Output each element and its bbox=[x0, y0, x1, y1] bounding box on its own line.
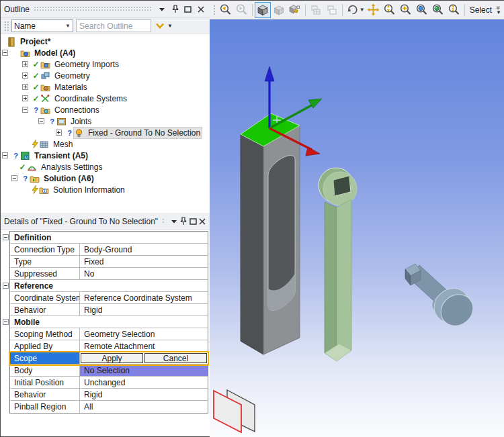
expand-expander-icon[interactable] bbox=[22, 84, 28, 90]
expand-expander-icon[interactable] bbox=[22, 72, 28, 79]
pan-icon bbox=[367, 3, 380, 16]
shaded-view-button[interactable] bbox=[271, 2, 287, 18]
panel-splitter[interactable] bbox=[210, 19, 213, 437]
collapse-expander-icon[interactable] bbox=[22, 107, 28, 113]
search-menu-caret-icon[interactable]: ▼ bbox=[167, 23, 173, 29]
viewport-layout-1-button[interactable] bbox=[308, 2, 324, 18]
tree-item-geometry[interactable]: ✓ Geometry bbox=[1, 70, 210, 81]
row-value[interactable]: Body-Ground bbox=[80, 244, 208, 255]
pan-button[interactable] bbox=[366, 2, 382, 18]
tree-item-fixed-ground-joint[interactable]: ? Fixed - Ground To No Selection bbox=[1, 127, 210, 138]
zoom-fit-icon bbox=[415, 3, 428, 16]
details-row-connection-type: Connection Type Body-Ground bbox=[10, 244, 208, 256]
zoom-button[interactable] bbox=[382, 2, 398, 18]
tree-item-solution-information[interactable]: Solution Information bbox=[1, 184, 210, 195]
zoom-extents-button[interactable] bbox=[446, 2, 462, 18]
iso-view-button[interactable] bbox=[255, 2, 271, 18]
details-row-suppressed: Suppressed No bbox=[10, 268, 208, 280]
collapse-expander-icon[interactable] bbox=[11, 175, 17, 181]
close-icon[interactable] bbox=[195, 4, 206, 15]
tree-item-mesh[interactable]: Mesh bbox=[1, 138, 210, 150]
row-value[interactable]: All bbox=[80, 401, 208, 413]
search-outline-input[interactable] bbox=[79, 21, 148, 31]
details-group-reference: Reference bbox=[10, 280, 208, 292]
expand-expander-icon[interactable] bbox=[22, 61, 28, 67]
tree-item-label: Coordinate Systems bbox=[53, 93, 128, 104]
collapse-expander-icon[interactable] bbox=[38, 118, 44, 124]
manage-views-button[interactable] bbox=[287, 2, 303, 18]
tree-item-transient[interactable]: ? Transient (A5) bbox=[1, 150, 210, 161]
details-table: Definition Connection Type Body-Ground T… bbox=[9, 231, 208, 414]
toolbar-drag-handle-icon[interactable] bbox=[213, 5, 216, 15]
tree-item-label: Project* bbox=[19, 36, 52, 47]
row-value[interactable]: No bbox=[80, 268, 208, 279]
mesh-icon bbox=[39, 140, 49, 149]
iso-view-cube-icon bbox=[257, 4, 269, 16]
collapse-expander-icon[interactable] bbox=[2, 50, 8, 56]
maximize-icon[interactable] bbox=[189, 216, 197, 227]
zoom-in-button[interactable] bbox=[398, 2, 414, 18]
toolbar-overflow-button[interactable]: » ▼ bbox=[496, 5, 503, 15]
double-chevron-icon: » bbox=[497, 5, 501, 9]
question-status-icon: ? bbox=[48, 118, 56, 125]
zoom-fit-button[interactable] bbox=[414, 2, 430, 18]
zoom-redo-button[interactable] bbox=[234, 2, 250, 18]
viewport-single-icon bbox=[326, 4, 338, 16]
row-value[interactable]: Unchanged bbox=[80, 377, 208, 388]
drag-handle-icon[interactable] bbox=[4, 21, 9, 32]
close-icon[interactable] bbox=[198, 216, 206, 227]
details-row-applied-by: Applied By Remote Attachment bbox=[10, 340, 208, 352]
link-arm-body[interactable] bbox=[319, 168, 357, 361]
group-label: Mobile bbox=[10, 316, 40, 328]
row-value[interactable]: Remote Attachment bbox=[80, 340, 208, 352]
pin-icon[interactable] bbox=[169, 4, 181, 15]
chevron-down-icon: ▼ bbox=[496, 10, 501, 15]
apply-button[interactable]: Apply bbox=[81, 353, 143, 363]
tree-item-geometry-imports[interactable]: ✓ Geometry Imports bbox=[1, 58, 210, 70]
tree-item-materials[interactable]: ✓ Materials bbox=[1, 81, 210, 93]
dropdown-icon[interactable] bbox=[157, 4, 168, 15]
pin-icon[interactable] bbox=[179, 216, 187, 227]
collapse-group-icon[interactable] bbox=[3, 319, 9, 325]
expand-expander-icon[interactable] bbox=[22, 95, 28, 101]
tree-item-coordinate-systems[interactable]: ✓ Coordinate Systems bbox=[1, 93, 210, 104]
collapse-group-icon[interactable] bbox=[3, 283, 9, 289]
tree-item-analysis-settings[interactable]: ✓ Analysis Settings bbox=[1, 161, 210, 173]
filter-field-combobox[interactable]: Name ▼ bbox=[11, 19, 73, 32]
rotate-menu-caret-icon[interactable]: ▼ bbox=[360, 7, 365, 13]
z-arrowhead bbox=[265, 66, 274, 81]
scope-row-label[interactable]: Scope bbox=[10, 352, 80, 364]
row-value[interactable]: Rigid bbox=[80, 389, 208, 400]
row-label: Scoping Method bbox=[10, 328, 80, 340]
body-no-selection-value[interactable]: No Selection bbox=[80, 365, 208, 376]
cancel-button[interactable]: Cancel bbox=[144, 353, 207, 363]
rotate-button[interactable] bbox=[345, 2, 361, 18]
viewport-layout-2-button[interactable] bbox=[324, 2, 340, 18]
row-value[interactable]: Reference Coordinate System bbox=[80, 292, 208, 303]
select-mode-label[interactable]: Select bbox=[470, 5, 492, 15]
collapse-group-icon[interactable] bbox=[3, 234, 9, 240]
row-value[interactable]: Fixed bbox=[80, 256, 208, 267]
pin-bolt-body[interactable] bbox=[405, 264, 479, 332]
dropdown-icon[interactable] bbox=[170, 216, 178, 227]
zoom-to-selection-button[interactable] bbox=[430, 2, 446, 18]
details-row-body: Body No Selection bbox=[10, 365, 208, 377]
zoom-undo-button[interactable] bbox=[218, 2, 234, 18]
tree-item-label: Fixed - Ground To No Selection bbox=[87, 128, 202, 138]
expand-search-options-icon[interactable] bbox=[155, 21, 165, 31]
tree-item-connections[interactable]: ? Connections bbox=[1, 104, 210, 115]
expand-expander-icon[interactable] bbox=[56, 130, 62, 136]
tree-item-joints[interactable]: ? Joints bbox=[1, 115, 210, 127]
tree-item-solution[interactable]: ? Solution (A6) bbox=[1, 173, 210, 184]
tree-item-model[interactable]: Model (A4) bbox=[1, 47, 210, 58]
x-arrowhead bbox=[306, 147, 320, 156]
row-value[interactable]: Geometry Selection bbox=[80, 328, 208, 340]
maximize-icon[interactable] bbox=[182, 4, 194, 15]
details-group-definition: Definition bbox=[10, 232, 208, 244]
3d-viewport[interactable] bbox=[210, 19, 504, 437]
slotted-block-body[interactable] bbox=[241, 113, 300, 354]
row-value[interactable]: Rigid bbox=[80, 304, 208, 315]
collapse-expander-icon[interactable] bbox=[2, 152, 8, 158]
zoom-extents-icon bbox=[448, 3, 460, 16]
tree-item-project[interactable]: Project* bbox=[1, 36, 210, 47]
